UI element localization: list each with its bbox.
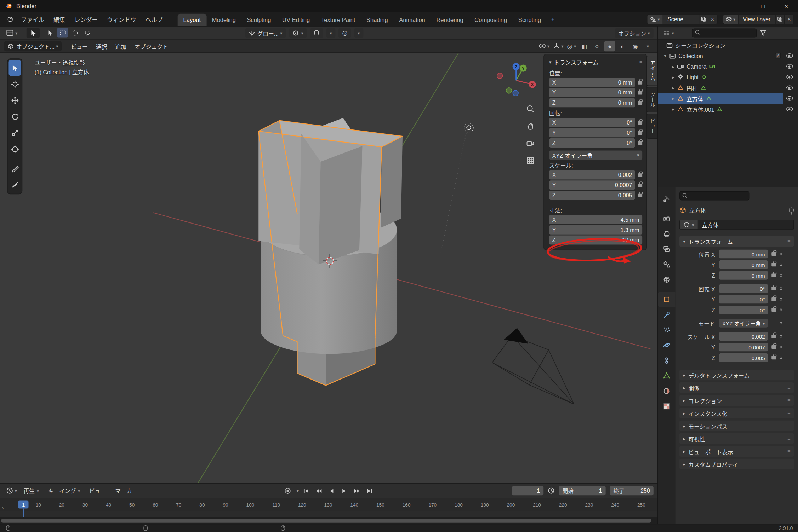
lock-icon[interactable] xyxy=(638,131,642,134)
disclosure-icon[interactable]: ▸ xyxy=(670,106,676,111)
collapsed-panel-header[interactable]: ▸ モーションパス ≡ xyxy=(679,421,794,431)
transform-orientation-dropdown[interactable]: グロー... ▾ xyxy=(245,28,286,38)
shading-wireframe-button[interactable]: ○ xyxy=(591,41,603,51)
lock-icon[interactable] xyxy=(638,121,642,124)
lock-icon[interactable] xyxy=(771,273,776,277)
eye-icon[interactable] xyxy=(786,86,793,90)
keyframe-dot-icon[interactable] xyxy=(780,253,782,255)
light-object[interactable] xyxy=(464,123,473,132)
shading-rendered-button[interactable]: ◉ xyxy=(629,41,641,51)
lock-icon[interactable] xyxy=(771,345,776,349)
keyframe-dot-icon[interactable] xyxy=(780,335,782,337)
number-field[interactable]: 0.002 xyxy=(719,332,768,341)
tab-texture[interactable] xyxy=(658,399,676,414)
zoom-button[interactable] xyxy=(524,103,537,115)
xray-toggle[interactable]: ◧ xyxy=(578,41,590,51)
disclosure-icon[interactable]: ▸ xyxy=(670,85,676,90)
number-field[interactable]: Y 0 mm xyxy=(549,88,635,97)
tool-move[interactable] xyxy=(8,93,21,109)
gizmos-dropdown[interactable]: ▾ xyxy=(552,41,564,51)
select-mode-box[interactable] xyxy=(57,28,68,37)
pan-hand-button[interactable] xyxy=(524,120,537,132)
keyframe-dot-icon[interactable] xyxy=(780,357,782,359)
end-frame-field[interactable]: 終了 250 xyxy=(610,486,654,495)
pin-icon[interactable] xyxy=(789,208,794,213)
disclosure-icon[interactable]: ▾ xyxy=(662,53,668,58)
workspace-tab[interactable]: Modeling xyxy=(206,14,241,26)
panel-drag-handle[interactable]: ≡ xyxy=(787,449,790,454)
collapsed-panel-header[interactable]: ▸ インスタンス化 ≡ xyxy=(679,408,794,418)
eye-icon[interactable] xyxy=(786,53,793,58)
lock-icon[interactable] xyxy=(771,297,776,301)
select-mode-tweak[interactable] xyxy=(45,28,56,37)
number-field[interactable]: 0 mm xyxy=(719,250,768,258)
tab-scene[interactable] xyxy=(658,257,676,272)
collapsed-panel-header[interactable]: ▸ カスタムプロパティ ≡ xyxy=(679,459,794,469)
keyframe-dot-icon[interactable] xyxy=(780,309,782,311)
panel-drag-handle[interactable]: ≡ xyxy=(787,423,790,429)
number-field[interactable]: Z 0° xyxy=(549,138,635,148)
chevron-down-icon[interactable]: ▾ xyxy=(297,488,299,493)
collapsed-panel-header[interactable]: ▸ コレクション ≡ xyxy=(679,395,794,406)
timeline-track-area[interactable] xyxy=(0,511,657,517)
visibility-dropdown[interactable]: ▾ xyxy=(538,41,551,51)
collapsed-panel-header[interactable]: ▸ デルタトランスフォーム ≡ xyxy=(679,370,794,380)
jump-next-keyframe-button[interactable] xyxy=(352,486,363,495)
number-field[interactable]: 0.005 xyxy=(719,353,768,362)
disclosure-icon[interactable]: ▸ xyxy=(670,96,676,101)
close-button[interactable]: × xyxy=(775,0,798,12)
number-field[interactable]: X 0 mm xyxy=(549,78,635,87)
tool-scale[interactable] xyxy=(8,125,21,141)
panel-drag-handle[interactable]: ≡ xyxy=(787,372,790,378)
select-mode-lasso[interactable] xyxy=(81,28,93,37)
sidebar-tab[interactable]: ビュー xyxy=(646,114,658,139)
workspace-tab[interactable]: Animation xyxy=(393,14,431,26)
properties-search[interactable] xyxy=(679,191,749,201)
panel-drag-handle[interactable]: ≡ xyxy=(787,461,790,467)
camera-view-button[interactable] xyxy=(524,137,537,150)
3d-viewport[interactable]: ユーザー・透視投影 (1) Collection | 立方体 xyxy=(0,53,657,483)
tab-tool[interactable] xyxy=(658,191,676,207)
axis-minus-x[interactable] xyxy=(497,73,503,79)
panel-drag-handle[interactable]: ≡ xyxy=(787,238,790,244)
object-id-browse-button[interactable]: ▾ xyxy=(680,220,699,229)
tab-modifiers[interactable] xyxy=(658,307,676,322)
snap-toggle[interactable] xyxy=(310,28,323,38)
timeline-menu-item[interactable]: マーカー xyxy=(110,484,142,498)
number-field[interactable]: X 4.5 mm xyxy=(549,215,642,224)
panel-drag-handle[interactable]: ≡ xyxy=(787,385,790,391)
lock-icon[interactable] xyxy=(638,173,642,177)
tab-constraints[interactable] xyxy=(658,353,676,368)
topbar-menu-item[interactable]: レンダー xyxy=(70,12,102,26)
lock-icon[interactable] xyxy=(771,252,776,256)
timeline-menu-item[interactable]: キーイング xyxy=(44,484,85,498)
outliner-row-light[interactable]: ▸ Light xyxy=(658,72,798,82)
tab-view-layer[interactable] xyxy=(658,242,676,257)
transform-panel-header[interactable]: ▾ トランスフォーム ≡ xyxy=(679,236,794,247)
sidebar-tab[interactable]: ツール xyxy=(646,87,658,112)
outliner-row-scene-collection[interactable]: シーンコレクション xyxy=(658,40,798,50)
sidebar-tab[interactable]: アイテム xyxy=(646,56,658,86)
keyframe-dot-icon[interactable] xyxy=(780,322,782,324)
topbar-menu-item[interactable]: 編集 xyxy=(49,12,70,26)
lock-icon[interactable] xyxy=(771,287,776,290)
mode-dropdown[interactable]: オブジェクト... ▾ xyxy=(4,41,62,51)
workspace-tab[interactable]: Scripting xyxy=(513,14,547,26)
lock-icon[interactable] xyxy=(771,356,776,359)
workspace-tab[interactable]: Layout xyxy=(178,14,206,26)
lock-icon[interactable] xyxy=(638,141,642,145)
number-field[interactable]: 0.0007 xyxy=(719,343,768,351)
tool-rotate[interactable] xyxy=(8,109,21,125)
tool-cursor[interactable] xyxy=(8,76,21,92)
outliner-search-input[interactable] xyxy=(703,30,754,36)
workspace-tab[interactable]: Shading xyxy=(361,14,393,26)
lock-icon[interactable] xyxy=(771,335,776,338)
record-button[interactable] xyxy=(283,486,293,495)
topbar-menu-item[interactable]: ファイル xyxy=(16,12,49,26)
eye-icon[interactable] xyxy=(786,64,793,69)
disclosure-icon[interactable]: ▸ xyxy=(670,75,676,80)
number-field[interactable]: 0° xyxy=(719,295,768,303)
collapsed-panel-header[interactable]: ▸ ビューポート表示 ≡ xyxy=(679,446,794,457)
keyframe-dot-icon[interactable] xyxy=(780,298,782,300)
lock-icon[interactable] xyxy=(638,101,642,104)
